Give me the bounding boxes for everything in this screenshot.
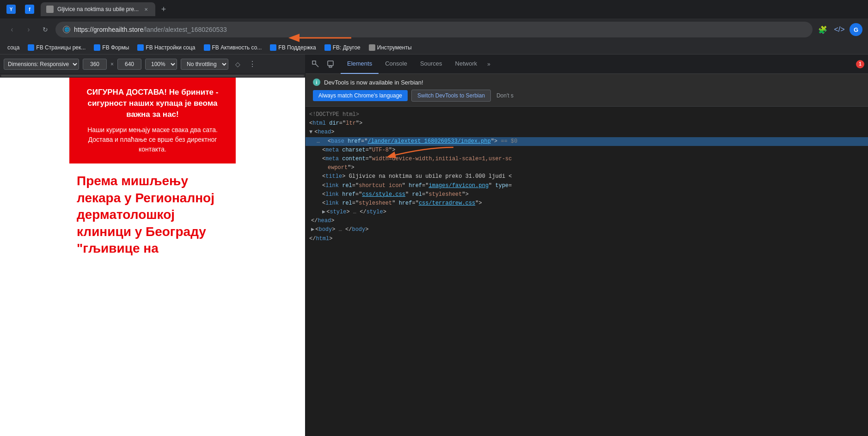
- expand-arrow-head: ▼: [309, 128, 312, 137]
- dt-tabs-container: Elements Console Sources Network »: [341, 54, 494, 74]
- code-content-doctype: <!DOCTYPE html>: [309, 110, 359, 119]
- code-line-head[interactable]: ▼ <head>: [306, 128, 868, 137]
- code-line-html: <html dir="ltr">: [306, 119, 868, 128]
- dt-code-area: <!DOCTYPE html> <html dir="ltr"> ▼ <head…: [306, 107, 868, 436]
- tab-inactive-1[interactable]: Y: [4, 2, 20, 16]
- code-line-link-style: <link href="css/style.css" rel="styleshe…: [306, 190, 868, 199]
- bookmark-fb-forms-text: FB Формы: [102, 44, 129, 51]
- h-scrollbar[interactable]: [0, 74, 305, 78]
- extensions-icon[interactable]: 🧩: [816, 23, 829, 36]
- code-content-html: <html dir="ltr">: [309, 119, 362, 128]
- bookmark-fb-settings[interactable]: FB Настройки соца: [134, 43, 199, 52]
- white-section: Према мишљењу лекара у Регионалној дерма…: [69, 164, 236, 266]
- svg-rect-2: [312, 61, 316, 64]
- code-line-head-close: </head>: [306, 217, 868, 225]
- nav-back[interactable]: ‹: [6, 23, 18, 36]
- tab-more-btn[interactable]: »: [483, 54, 494, 74]
- rotate-icon[interactable]: ◇: [232, 59, 243, 70]
- code-content-head: <head>: [314, 128, 334, 137]
- banner-subtext: Наши курири мењају маске свака два сата.…: [77, 125, 228, 154]
- dt-inspect-icon[interactable]: [309, 58, 322, 71]
- dt-device-icon[interactable]: [324, 58, 337, 71]
- svg-rect-4: [329, 66, 332, 67]
- tab-network[interactable]: Network: [449, 54, 484, 74]
- dt-always-match-btn[interactable]: Always match Chrome's language: [313, 90, 408, 101]
- tab-console[interactable]: Console: [379, 54, 414, 74]
- code-line-viewport-cont: ewport">: [306, 164, 868, 172]
- tab-close-btn[interactable]: ✕: [142, 6, 150, 13]
- dt-toolbar: Elements Console Sources Network » 1: [306, 54, 868, 74]
- main-heading: Према мишљењу лекара у Регионалној дерма…: [77, 173, 228, 257]
- code-content-link-terra: <link rel="stylesheet" href="css/terradr…: [322, 199, 482, 208]
- code-content-meta-viewport: <meta content="width=device-width,initia…: [322, 155, 512, 164]
- address-text: https://gromheailth.store/lander/alextes…: [74, 26, 805, 33]
- dt-dont-btn[interactable]: Don't s: [495, 90, 515, 101]
- tab-bar: Y f Gljivice na noktima su ubile pre... …: [0, 0, 868, 18]
- tab-elements[interactable]: Elements: [341, 54, 379, 74]
- browser-window: Y f Gljivice na noktima su ubile pre... …: [0, 0, 868, 436]
- nav-refresh[interactable]: ↻: [39, 23, 52, 36]
- code-content-title: <title> Gljivice na noktima su ubile pre…: [322, 172, 512, 181]
- bookmark-fb-activity[interactable]: FB Активность со...: [200, 43, 266, 52]
- bookmark-fb-settings-text: FB Настройки соца: [146, 44, 195, 51]
- tab-favicon-active: [46, 6, 54, 13]
- code-line-doctype: <!DOCTYPE html>: [306, 110, 868, 119]
- main-area: Dimensions: Responsive × 100% No throttl…: [0, 54, 868, 436]
- expand-arrow-style: ▶: [322, 208, 325, 217]
- tab-inactive-2[interactable]: f: [22, 2, 39, 16]
- url-path: /lander/alextest_1680260533: [143, 26, 227, 33]
- address-bar[interactable]: 🌐 https://gromheailth.store/lander/alext…: [55, 22, 813, 37]
- svg-rect-3: [328, 61, 333, 66]
- viewport-width-input[interactable]: [83, 59, 107, 70]
- viewport-panel: Dimensions: Responsive × 100% No throttl…: [0, 54, 305, 436]
- viewport-toolbar: Dimensions: Responsive × 100% No throttl…: [0, 54, 305, 74]
- code-line-link-terra: <link rel="stylesheet" href="css/terradr…: [306, 199, 868, 208]
- zoom-select[interactable]: 100%: [145, 59, 177, 70]
- dt-switch-serbian-btn[interactable]: Switch DevTools to Serbian: [411, 90, 491, 102]
- nav-forward[interactable]: ›: [22, 23, 35, 36]
- code-line-style[interactable]: ▶ <style> … </style>: [306, 208, 868, 217]
- bookmark-fb-pages-text: FB Страницы рек...: [36, 44, 86, 51]
- dt-error-badge: 1: [856, 60, 864, 68]
- expand-arrow-body: ▶: [311, 225, 314, 234]
- code-content-html-close: </html>: [309, 235, 332, 243]
- dt-notif-buttons-row: Always match Chrome's language Switch De…: [313, 90, 861, 102]
- code-content-viewport-cont: ewport">: [328, 164, 355, 172]
- viewport-dots-menu[interactable]: ⋮: [249, 60, 256, 68]
- bookmark-fb-pages-icon: [28, 44, 34, 51]
- devtools-panel: Elements Console Sources Network » 1 i D…: [305, 54, 868, 436]
- address-bar-row: ‹ › ↻ 🌐 https://gromheailth.store/lander…: [0, 18, 868, 41]
- bookmark-socia[interactable]: соца: [4, 43, 23, 52]
- code-line-link-favicon: <link rel="shortcut icon" href="images/f…: [306, 182, 868, 190]
- bookmark-tools[interactable]: Инструменты: [365, 43, 416, 52]
- page-wrapper: СИГУРНА ДОСТАВА! Не брините - сигурност …: [69, 78, 236, 266]
- code-content-head-close: </head>: [311, 217, 334, 225]
- dt-notif-text: DevTools is now available in Serbian!: [324, 79, 423, 86]
- bookmark-fb-pages[interactable]: FB Страницы рек...: [24, 43, 89, 52]
- devtools-icon[interactable]: </>: [833, 23, 846, 36]
- code-line-html-close: </html>: [306, 235, 868, 243]
- bookmark-fb-activity-icon: [204, 44, 210, 51]
- code-line-body[interactable]: ▶ <body> … </body>: [306, 225, 868, 234]
- code-line-base[interactable]: … <base href="/lander/alextest_168026053…: [306, 137, 868, 146]
- dt-notification-bar: i DevTools is now available in Serbian! …: [306, 74, 868, 107]
- tab-active[interactable]: Gljivice na noktima su ubile pre... ✕: [41, 2, 155, 16]
- viewport-content: СИГУРНА ДОСТАВА! Не брините - сигурност …: [0, 78, 305, 436]
- dt-info-icon: i: [313, 79, 320, 86]
- code-dots-base: …: [317, 137, 326, 146]
- bookmark-fb-settings-icon: [137, 44, 144, 51]
- code-content-base: <base href="/lander/alextest_1680260533/…: [328, 137, 518, 146]
- tab-title-active: Gljivice na noktima su ubile pre...: [57, 6, 139, 12]
- code-content-meta-charset: <meta charset="UTF-8">: [322, 146, 395, 155]
- profile-icon[interactable]: G: [850, 23, 862, 36]
- viewport-height-input[interactable]: [117, 59, 141, 70]
- dt-notif-title-row: i DevTools is now available in Serbian!: [313, 79, 861, 86]
- bookmark-fb-forms[interactable]: FB Формы: [90, 43, 133, 52]
- throttle-select[interactable]: No throttling: [181, 59, 228, 70]
- tab-sources[interactable]: Sources: [414, 54, 449, 74]
- dimensions-select[interactable]: Dimensions: Responsive: [4, 59, 79, 70]
- tab-favicon-1: Y: [6, 5, 16, 14]
- code-content-link-style: <link href="css/style.css" rel="styleshe…: [322, 190, 469, 199]
- code-line-meta-charset: <meta charset="UTF-8">: [306, 146, 868, 155]
- new-tab-btn[interactable]: +: [157, 3, 170, 16]
